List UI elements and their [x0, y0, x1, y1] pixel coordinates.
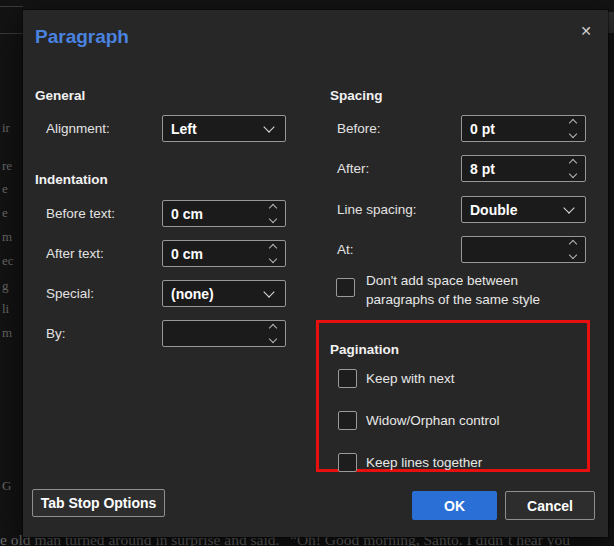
alignment-label: Alignment:	[46, 115, 110, 142]
keep-lines-together-label: Keep lines together	[366, 453, 482, 473]
before-text-spinner[interactable]: 0 cm	[162, 200, 286, 227]
spinner-up-icon[interactable]	[269, 204, 277, 212]
dont-add-space-label: Don't add space between paragraphs of th…	[366, 272, 556, 310]
spinner-down-icon[interactable]	[269, 335, 277, 343]
document-fragment: G	[2, 478, 11, 494]
spinner-up-icon[interactable]	[569, 240, 577, 248]
document-page-edge	[608, 12, 614, 33]
chevron-down-icon	[563, 202, 574, 213]
close-icon[interactable]: ✕	[576, 21, 596, 41]
line-spacing-value: Double	[470, 202, 517, 218]
widow-orphan-control-checkbox[interactable]	[338, 411, 357, 430]
alignment-value: Left	[171, 121, 197, 137]
spinner-up-icon[interactable]	[569, 119, 577, 127]
after-text-spinner[interactable]: 0 cm	[162, 240, 286, 267]
widow-orphan-control-label: Widow/Orphan control	[366, 411, 500, 431]
general-section-header: General	[35, 88, 85, 103]
dont-add-space-checkbox[interactable]	[336, 278, 355, 297]
at-spinner[interactable]	[461, 236, 586, 263]
before-text-value: 0 cm	[171, 206, 203, 222]
dialog-title: Paragraph	[35, 26, 129, 48]
special-label: Special:	[46, 280, 94, 307]
after-text-label: After text:	[46, 240, 104, 267]
tab-stop-options-button[interactable]: Tab Stop Options	[32, 489, 165, 517]
document-fragment: re	[2, 158, 12, 174]
keep-lines-together-checkbox[interactable]	[338, 453, 357, 472]
document-fragment: li	[2, 301, 9, 317]
spinner-down-icon[interactable]	[569, 251, 577, 259]
spinner-down-icon[interactable]	[569, 130, 577, 138]
spinner-down-icon[interactable]	[569, 170, 577, 178]
document-fragment: ec	[2, 253, 14, 269]
screen: ir re e e m ec g li m G e old man turned…	[0, 0, 614, 546]
line-spacing-label: Line spacing:	[337, 196, 417, 223]
paragraph-dialog: Paragraph ✕ General Alignment: Left Inde…	[23, 10, 608, 537]
spinner-up-icon[interactable]	[269, 324, 277, 332]
background-edge-line	[0, 33, 23, 34]
spinner-down-icon[interactable]	[269, 255, 277, 263]
document-fragment: ir	[2, 120, 10, 136]
after-text-value: 0 cm	[171, 246, 203, 262]
special-value: (none)	[171, 286, 214, 302]
by-label: By:	[46, 320, 66, 347]
document-fragment: e	[2, 205, 8, 221]
spinner-up-icon[interactable]	[569, 159, 577, 167]
spacing-before-spinner[interactable]: 0 pt	[461, 115, 586, 142]
document-fragment: g	[2, 278, 9, 294]
pagination-section-header: Pagination	[330, 342, 399, 357]
ok-button[interactable]: OK	[412, 491, 497, 520]
spinner-down-icon[interactable]	[269, 215, 277, 223]
chevron-down-icon	[263, 286, 274, 297]
at-label: At:	[337, 236, 354, 263]
spacing-section-header: Spacing	[330, 88, 383, 103]
by-spinner[interactable]	[162, 320, 286, 347]
cancel-button[interactable]: Cancel	[505, 491, 595, 520]
document-fragment: e	[2, 181, 8, 197]
spacing-before-value: 0 pt	[470, 121, 495, 137]
keep-with-next-checkbox[interactable]	[338, 369, 357, 388]
line-spacing-select[interactable]: Double	[461, 196, 586, 223]
alignment-select[interactable]: Left	[162, 115, 286, 142]
spinner-up-icon[interactable]	[269, 244, 277, 252]
spacing-before-label: Before:	[337, 115, 381, 142]
indentation-section-header: Indentation	[35, 172, 108, 187]
keep-with-next-label: Keep with next	[366, 369, 455, 389]
special-select[interactable]: (none)	[162, 280, 286, 307]
background-edge-line	[0, 6, 23, 7]
chevron-down-icon	[263, 121, 274, 132]
spacing-after-label: After:	[337, 155, 369, 182]
document-fragment: m	[2, 325, 12, 341]
spacing-after-spinner[interactable]: 8 pt	[461, 155, 586, 182]
before-text-label: Before text:	[46, 200, 115, 227]
spacing-after-value: 8 pt	[470, 161, 495, 177]
document-fragment: m	[2, 229, 12, 245]
